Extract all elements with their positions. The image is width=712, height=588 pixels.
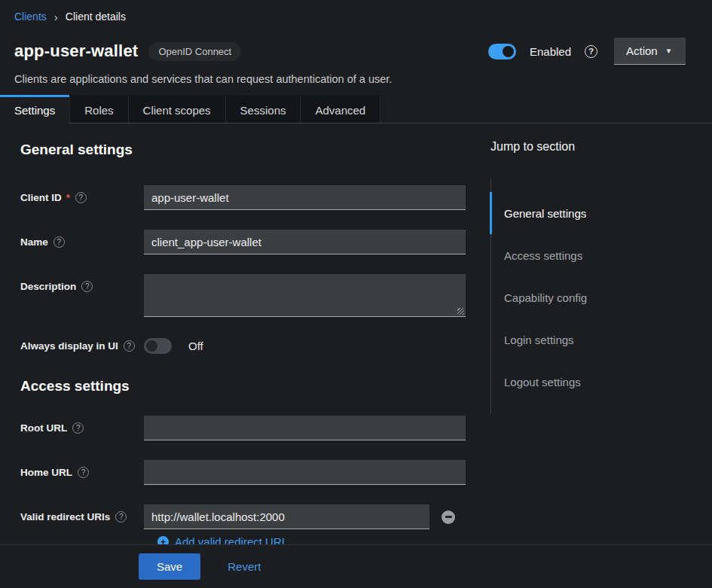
home-url-control (144, 460, 466, 485)
name-control (144, 230, 466, 254)
breadcrumb-clients-link[interactable]: Clients (14, 11, 47, 23)
always-display-label: Always display in UI (20, 340, 118, 352)
help-icon[interactable]: ? (124, 340, 135, 352)
always-display-toggle[interactable] (144, 338, 172, 354)
breadcrumb-current: Client details (66, 11, 126, 23)
title-row: app-user-wallet OpenID Connect Enabled ?… (14, 38, 698, 65)
jump-to-section-list: General settings Access settings Capabil… (490, 178, 712, 413)
help-icon[interactable]: ? (81, 281, 93, 292)
redirect-uris-label: Valid redirect URIs (20, 511, 110, 522)
revert-link[interactable]: Revert (228, 560, 261, 573)
help-icon[interactable]: ? (115, 511, 127, 522)
always-display-row: Always display in UI ? Off (20, 338, 490, 354)
remove-uri-button[interactable] (442, 510, 455, 524)
home-url-input[interactable] (144, 460, 466, 485)
help-icon[interactable]: ? (72, 422, 84, 434)
redirect-uris-control (144, 504, 455, 529)
toggle-knob (146, 340, 157, 352)
settings-form: General settings Client ID * ? Name ? (0, 123, 490, 544)
page-subtitle: Clients are applications and services th… (14, 73, 698, 85)
description-label: Description (20, 281, 76, 292)
redirect-uris-label-group: Valid redirect URIs ? (20, 504, 144, 529)
home-url-label-group: Home URL ? (20, 460, 144, 485)
chevron-right-icon: › (54, 11, 58, 23)
client-id-input[interactable] (144, 185, 466, 210)
tab-bar: Settings Roles Client scopes Sessions Ad… (0, 95, 712, 123)
name-label: Name (20, 236, 48, 248)
always-display-control: Off (144, 338, 203, 354)
help-icon[interactable]: ? (585, 45, 597, 58)
required-marker: * (66, 192, 70, 203)
name-input[interactable] (144, 230, 466, 254)
client-details-page: Clients › Client details app-user-wallet… (0, 0, 712, 588)
description-label-group: Description ? (20, 274, 144, 317)
add-redirect-uri-link[interactable]: + Add valid redirect URI (157, 535, 490, 544)
jump-item-general-settings[interactable]: General settings (491, 192, 712, 234)
plus-circle-icon: + (157, 536, 169, 544)
jump-to-section-heading: Jump to section (490, 140, 712, 154)
jump-item-login-settings[interactable]: Login settings (491, 318, 712, 361)
name-row: Name ? (20, 230, 490, 254)
help-icon[interactable]: ? (53, 236, 65, 248)
toggle-knob (503, 46, 514, 57)
jump-to-section-panel: Jump to section General settings Access … (490, 123, 712, 544)
page-header: Clients › Client details app-user-wallet… (0, 0, 712, 85)
description-control (144, 274, 466, 317)
jump-item-capability-config[interactable]: Capability config (491, 276, 712, 318)
root-url-input[interactable] (144, 416, 466, 440)
minus-icon (445, 516, 452, 518)
jump-item-access-settings[interactable]: Access settings (491, 234, 712, 276)
save-button[interactable]: Save (139, 553, 200, 580)
description-row: Description ? (20, 274, 490, 317)
action-dropdown[interactable]: Action ▾ (614, 38, 686, 65)
chevron-down-icon: ▾ (667, 46, 671, 56)
action-dropdown-label: Action (626, 44, 658, 57)
form-action-bar: Save Revert (0, 544, 712, 588)
help-icon[interactable]: ? (75, 192, 87, 203)
jump-item-logout-settings[interactable]: Logout settings (491, 361, 712, 403)
client-id-label-group: Client ID * ? (20, 185, 144, 210)
tab-advanced[interactable]: Advanced (300, 95, 380, 123)
tab-sessions[interactable]: Sessions (225, 95, 301, 123)
access-settings-heading: Access settings (20, 376, 490, 395)
tab-roles[interactable]: Roles (69, 95, 127, 123)
tab-client-scopes[interactable]: Client scopes (128, 95, 225, 123)
always-display-state: Off (188, 340, 203, 352)
root-url-label: Root URL (20, 422, 67, 434)
home-url-label: Home URL (20, 467, 72, 478)
redirect-uri-input[interactable] (144, 504, 429, 529)
tab-settings[interactable]: Settings (0, 95, 69, 123)
client-id-row: Client ID * ? (20, 185, 490, 210)
root-url-label-group: Root URL ? (20, 416, 144, 440)
enabled-label: Enabled (530, 45, 571, 58)
root-url-row: Root URL ? (20, 416, 490, 440)
content-area: General settings Client ID * ? Name ? (0, 123, 712, 544)
protocol-badge: OpenID Connect (148, 42, 241, 61)
client-id-label: Client ID (20, 192, 62, 203)
home-url-row: Home URL ? (20, 460, 490, 485)
add-redirect-uri-label: Add valid redirect URI (175, 535, 285, 544)
description-textarea[interactable] (144, 274, 466, 317)
name-label-group: Name ? (20, 230, 144, 254)
page-title: app-user-wallet (14, 41, 138, 61)
always-display-label-group: Always display in UI ? (20, 340, 144, 352)
client-id-control (144, 185, 466, 210)
redirect-uris-row: Valid redirect URIs ? (20, 504, 490, 529)
general-settings-heading: General settings (20, 140, 490, 159)
title-actions: Enabled ? Action ▾ (488, 38, 698, 65)
title-group: app-user-wallet OpenID Connect (14, 41, 241, 61)
root-url-control (144, 416, 466, 440)
help-icon[interactable]: ? (78, 467, 89, 478)
breadcrumb: Clients › Client details (14, 11, 698, 23)
enabled-toggle[interactable] (488, 44, 516, 59)
